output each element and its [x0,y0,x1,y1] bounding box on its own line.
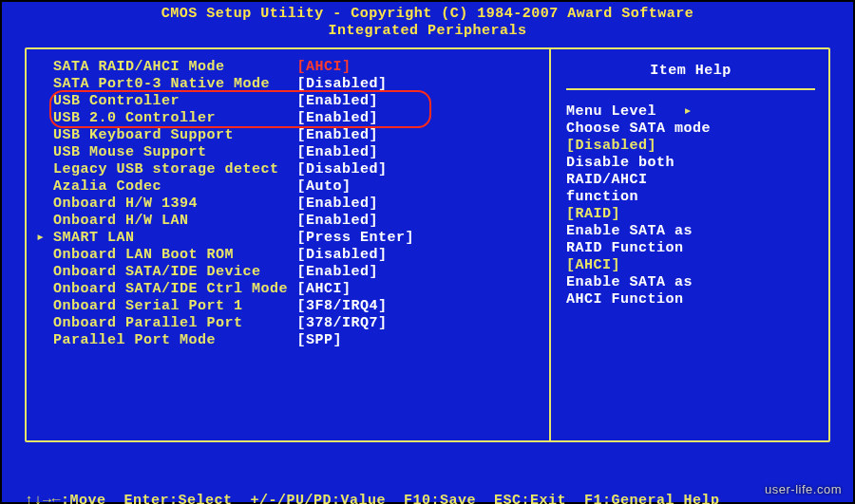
vertical-divider [549,47,551,442]
setting-value: [Enabled] [297,110,379,126]
footer-line1: ↑↓→←:Move Enter:Select +/-/PU/PD:Value F… [25,492,830,504]
setting-label: Azalia Codec [53,178,297,195]
setting-value: [AHCI] [297,59,352,75]
setting-value: [3F8/IRQ4] [297,298,388,314]
setting-value: [Enabled] [297,144,379,160]
watermark: user-life.com [765,482,842,496]
setting-value: [Enabled] [297,93,379,109]
setting-row-legacy-usb-storage-detect[interactable]: Legacy USB storage detect [Disabled] [53,161,542,178]
help-panel: Item Help Menu Level ▸Choose SATA mode[D… [549,49,828,440]
bios-title: CMOS Setup Utility - Copyright (C) 1984-… [2,2,853,42]
setting-row-onboard-parallel-port[interactable]: Onboard Parallel Port [378/IRQ7] [53,315,542,332]
setting-row-usb-keyboard-support[interactable]: USB Keyboard Support [Enabled] [53,127,542,144]
setting-row-sata-raid-ahci-mode[interactable]: SATA RAID/AHCI Mode [AHCI] [53,59,542,76]
help-section-line: Enable SATA as [566,223,815,240]
setting-value: [SPP] [297,332,343,348]
footer-keys: ↑↓→←:Move Enter:Select +/-/PU/PD:Value F… [25,454,830,504]
setting-label: USB Controller [53,93,297,109]
help-section-line: RAID Function [566,240,815,257]
help-section-line: AHCI Function [566,291,815,308]
setting-row-parallel-port-mode[interactable]: Parallel Port Mode [SPP] [53,332,542,349]
setting-row-usb-2-0-controller[interactable]: USB 2.0 Controller [Enabled] [53,110,542,127]
setting-label: Onboard SATA/IDE Ctrl Mode [53,281,297,297]
setting-row-onboard-h-w-lan[interactable]: Onboard H/W LAN [Enabled] [53,213,542,230]
setting-value: [AHCI] [297,281,352,297]
settings-panel: SATA RAID/AHCI Mode [AHCI]SATA Port0-3 N… [27,49,549,440]
setting-value: [378/IRQ7] [297,315,388,331]
setting-label: Onboard SATA/IDE Device [53,264,297,280]
help-section-line: Disable both [566,155,815,172]
content-frame: SATA RAID/AHCI Mode [AHCI]SATA Port0-3 N… [25,47,830,442]
setting-label: Legacy USB storage detect [53,161,297,177]
bios-screen: CMOS Setup Utility - Copyright (C) 1984-… [0,0,855,504]
help-section-line: RAID/AHCI [566,172,815,189]
setting-label: Onboard LAN Boot ROM [53,247,297,263]
menu-level: Menu Level ▸ [566,103,815,121]
setting-row-usb-controller[interactable]: USB Controller [Enabled] [53,93,542,110]
setting-value: [Disabled] [297,161,388,177]
setting-label: SATA Port0-3 Native Mode [53,76,297,92]
help-title: Item Help [566,57,815,90]
setting-label: USB Mouse Support [53,144,297,160]
setting-row-azalia-codec[interactable]: Azalia Codec [Auto] [53,178,542,196]
setting-label: USB Keyboard Support [53,127,297,143]
setting-row-onboard-sata-ide-device[interactable]: Onboard SATA/IDE Device [Enabled] [53,264,542,281]
setting-label: Onboard Serial Port 1 [53,298,297,314]
help-body: Menu Level ▸Choose SATA mode[Disabled]Di… [566,90,815,308]
setting-row-sata-port0-3-native-mode[interactable]: SATA Port0-3 Native Mode [Disabled] [53,76,542,93]
help-section-heading: [RAID] [566,206,815,223]
setting-row-onboard-h-w-1394[interactable]: Onboard H/W 1394 [Enabled] [53,196,542,213]
setting-value: [Press Enter] [297,230,415,246]
setting-value: [Disabled] [297,247,388,263]
setting-label: SMART LAN [53,230,297,246]
setting-value: [Enabled] [297,213,379,229]
setting-value: [Enabled] [297,264,379,280]
setting-value: [Enabled] [297,196,379,212]
setting-value: [Disabled] [297,76,388,92]
setting-label: Onboard H/W 1394 [53,196,297,212]
setting-row-usb-mouse-support[interactable]: USB Mouse Support [Enabled] [53,144,542,161]
help-subtitle: Choose SATA mode [566,121,815,138]
setting-label: USB 2.0 Controller [53,110,297,126]
help-section-heading: [Disabled] [566,138,815,155]
setting-value: [Auto] [297,178,352,195]
setting-label: Parallel Port Mode [53,332,297,348]
help-section-line: Enable SATA as [566,274,815,291]
setting-label: Onboard H/W LAN [53,213,297,229]
setting-label: SATA RAID/AHCI Mode [53,59,297,75]
setting-row-smart-lan[interactable]: ▸SMART LAN [Press Enter] [53,230,542,247]
bios-title-line1: CMOS Setup Utility - Copyright (C) 1984-… [2,6,853,23]
submenu-arrow-icon: ▸ [36,230,46,247]
help-section-heading: [AHCI] [566,257,815,274]
chevron-right-icon: ▸ [684,103,694,120]
setting-row-onboard-sata-ide-ctrl-mode[interactable]: Onboard SATA/IDE Ctrl Mode [AHCI] [53,281,542,298]
setting-value: [Enabled] [297,127,379,143]
setting-label: Onboard Parallel Port [53,315,297,331]
setting-row-onboard-lan-boot-rom[interactable]: Onboard LAN Boot ROM [Disabled] [53,247,542,264]
help-section-line: function [566,189,815,206]
setting-row-onboard-serial-port-1[interactable]: Onboard Serial Port 1 [3F8/IRQ4] [53,298,542,315]
bios-title-line2: Integrated Peripherals [2,23,853,40]
